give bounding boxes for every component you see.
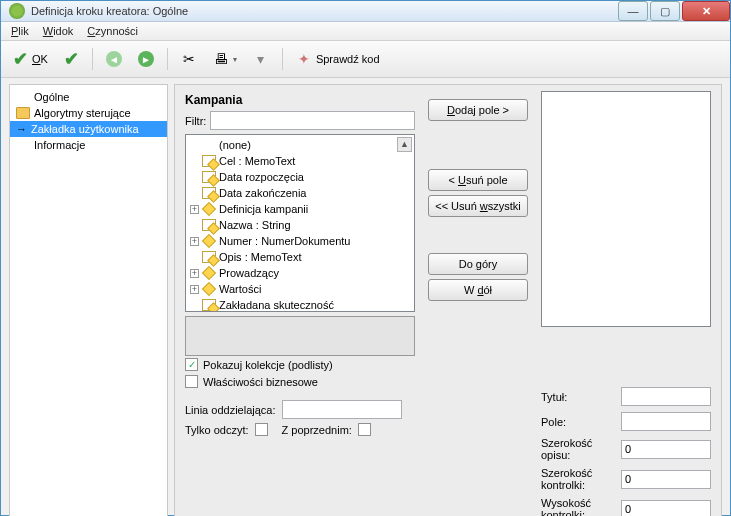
apply-button[interactable]: ✔ (58, 45, 85, 73)
separator (282, 48, 283, 70)
field-label: Pole: (541, 416, 615, 428)
arrow-right-icon: → (16, 123, 27, 135)
object-icon (202, 266, 216, 280)
readonly-checkbox[interactable] (255, 423, 268, 436)
show-collections-label: Pokazuj kolekcje (podlisty) (203, 359, 333, 371)
check-icon: ✔ (13, 48, 28, 70)
main-panel: Kampania Filtr: ▲ (none) Cel : MemoText … (174, 84, 722, 516)
business-props-label: Właściwości biznesowe (203, 376, 318, 388)
folder-icon (16, 107, 30, 119)
maximize-button[interactable]: ▢ (650, 1, 680, 21)
toolbar: ✔ OK ✔ ◄ ► ✂ 🖶▾ ▾ ✦ Sprawdź kod (1, 41, 730, 78)
ok-button[interactable]: ✔ OK (7, 45, 54, 73)
field-icon (202, 155, 216, 167)
ctrl-width-label: Szerokość kontrolki: (541, 467, 615, 491)
readonly-label: Tylko odczyt: (185, 424, 249, 436)
check-icon: ✔ (64, 48, 79, 70)
selected-fields-list[interactable] (541, 91, 711, 327)
desc-width-input[interactable] (621, 440, 711, 459)
show-collections-checkbox[interactable] (185, 358, 198, 371)
drop-zone[interactable] (185, 316, 415, 356)
menu-file[interactable]: Plik (11, 25, 29, 37)
field-icon (202, 187, 216, 199)
scroll-up-button[interactable]: ▲ (397, 137, 412, 152)
expand-icon[interactable]: + (190, 205, 199, 214)
tree-item[interactable]: Cel : MemoText (188, 153, 412, 169)
forward-button[interactable]: ► (132, 48, 160, 70)
ctrl-width-input[interactable] (621, 470, 711, 489)
move-down-button[interactable]: W dół (428, 279, 528, 301)
close-button[interactable]: ✕ (682, 1, 730, 21)
more-icon: ▾ (253, 51, 269, 67)
tree-item[interactable]: +Wartości (188, 281, 412, 297)
remove-all-button[interactable]: << Usuń wszystki (428, 195, 528, 217)
tree-item[interactable]: +Prowadzący (188, 265, 412, 281)
remove-field-button[interactable]: < Usuń pole (428, 169, 528, 191)
arrow-left-icon: ◄ (106, 51, 122, 67)
object-icon (202, 282, 216, 296)
menu-actions[interactable]: Czynności (87, 25, 138, 37)
app-window: Definicja kroku kreatora: Ogólne — ▢ ✕ P… (0, 0, 731, 516)
object-icon (202, 234, 216, 248)
expand-icon[interactable]: + (190, 237, 199, 246)
tree-item[interactable]: (none) (188, 137, 412, 153)
app-icon (9, 3, 25, 19)
sidebar-item-general[interactable]: Ogólne (10, 89, 167, 105)
more-button[interactable]: ▾ (247, 48, 275, 70)
sidebar-item-algorithms[interactable]: Algorytmy sterujące (10, 105, 167, 121)
tree-item[interactable]: Zakładana skuteczność (188, 297, 412, 312)
field-input[interactable] (621, 412, 711, 431)
wand-icon: ✦ (296, 51, 312, 67)
print-button[interactable]: 🖶▾ (207, 48, 243, 70)
tree-item[interactable]: Nazwa : String (188, 217, 412, 233)
field-icon (202, 299, 216, 311)
from-prev-label: Z poprzednim: (282, 424, 352, 436)
window-title: Definicja kroku kreatora: Ogólne (31, 5, 616, 17)
add-field-button[interactable]: Dodaj pole > (428, 99, 528, 121)
filter-input[interactable] (210, 111, 415, 130)
section-title: Kampania (185, 91, 415, 109)
ctrl-height-input[interactable] (621, 500, 711, 517)
available-fields-tree[interactable]: ▲ (none) Cel : MemoText Data rozpoczęcia… (185, 134, 415, 312)
tree-item[interactable]: +Numer : NumerDokumentu (188, 233, 412, 249)
back-button[interactable]: ◄ (100, 48, 128, 70)
business-props-checkbox[interactable] (185, 375, 198, 388)
tree-item[interactable]: Data zakończenia (188, 185, 412, 201)
ctrl-height-label: Wysokość kontrolki: (541, 497, 615, 516)
title-input[interactable] (621, 387, 711, 406)
sidebar-item-user-tab[interactable]: → Zakładka użytkownika (10, 121, 167, 137)
move-up-button[interactable]: Do góry (428, 253, 528, 275)
check-code-button[interactable]: ✦ Sprawdź kod (290, 48, 386, 70)
titlebar: Definicja kroku kreatora: Ogólne — ▢ ✕ (1, 1, 730, 22)
tree-item[interactable]: Opis : MemoText (188, 249, 412, 265)
sidebar-item-info[interactable]: Informacje (10, 137, 167, 153)
printer-icon: 🖶 (213, 51, 229, 67)
divider-label: Linia oddzielająca: (185, 404, 276, 416)
field-icon (202, 251, 216, 263)
from-prev-checkbox[interactable] (358, 423, 371, 436)
separator (92, 48, 93, 70)
expand-icon[interactable]: + (190, 285, 199, 294)
sidebar: Ogólne Algorytmy sterujące → Zakładka uż… (9, 84, 168, 516)
field-icon (202, 171, 216, 183)
expand-icon[interactable]: + (190, 269, 199, 278)
desc-width-label: Szerokość opisu: (541, 437, 615, 461)
arrow-right-icon: ► (138, 51, 154, 67)
object-icon (202, 202, 216, 216)
menu-view[interactable]: Widok (43, 25, 74, 37)
minimize-button[interactable]: — (618, 1, 648, 21)
tools-icon: ✂ (181, 51, 197, 67)
divider-input[interactable] (282, 400, 402, 419)
menubar: Plik Widok Czynności (1, 22, 730, 41)
title-label: Tytuł: (541, 391, 615, 403)
tools-button[interactable]: ✂ (175, 48, 203, 70)
tree-item[interactable]: Data rozpoczęcia (188, 169, 412, 185)
filter-label: Filtr: (185, 115, 206, 127)
separator (167, 48, 168, 70)
field-icon (202, 219, 216, 231)
tree-item[interactable]: +Definicja kampanii (188, 201, 412, 217)
